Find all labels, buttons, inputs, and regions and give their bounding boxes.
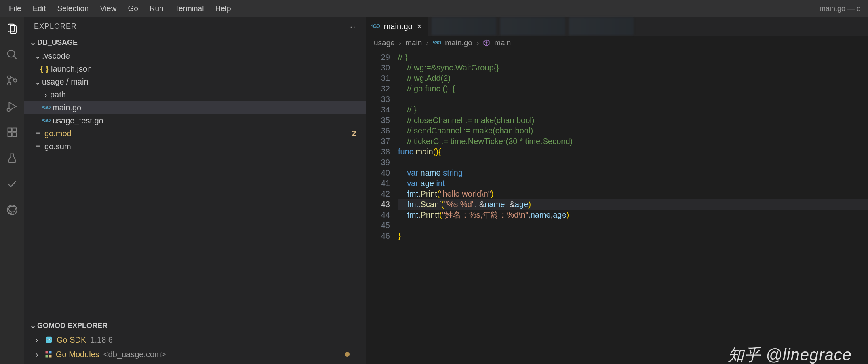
search-icon[interactable]	[5, 48, 19, 61]
folder-label: path	[50, 90, 66, 99]
file-label: launch.json	[51, 64, 92, 74]
run-debug-icon[interactable]	[5, 99, 19, 113]
code-editor[interactable]: 293031323334353637383940414243444546 // …	[366, 50, 868, 364]
svg-rect-11	[8, 133, 12, 136]
chevron-right-icon: ›	[41, 90, 50, 99]
bc-usage[interactable]: usage	[374, 38, 395, 47]
go-file-icon: ᵒGO	[433, 40, 441, 46]
svg-rect-10	[13, 128, 16, 132]
project-name: DB_USAGE	[37, 38, 78, 47]
file-label: main.go	[53, 103, 81, 112]
activity-bar	[0, 17, 24, 364]
chevron-down-icon: ⌄	[33, 77, 42, 87]
badge: 2	[352, 129, 356, 138]
go-icon: ᵒGO	[41, 118, 51, 123]
file-tree: ⌄.vscode{ }launch.json⌄usage / main›path…	[24, 49, 366, 153]
check-icon[interactable]	[5, 177, 19, 191]
tab-main-go[interactable]: ᵒGO main.go ✕	[366, 17, 428, 36]
folder-label: usage / main	[42, 77, 88, 87]
svg-rect-20	[46, 351, 48, 354]
bc-file[interactable]: main.go	[445, 38, 472, 47]
bc-symbol[interactable]: main	[494, 38, 511, 47]
go-sdk-version: 1.18.6	[90, 335, 113, 345]
file-go-mod[interactable]: ≡go.mod2	[24, 127, 366, 140]
chevron-right-icon: ›	[426, 38, 428, 47]
tab-blurred-3[interactable]	[569, 17, 634, 35]
tab-bar: ᵒGO main.go ✕	[366, 17, 868, 36]
menu-terminal[interactable]: Terminal	[169, 4, 210, 13]
extensions-icon[interactable]	[5, 125, 19, 139]
go-icon: ᵒGO	[41, 105, 51, 110]
gopher-icon	[44, 335, 53, 344]
file-label: go.sum	[44, 142, 71, 151]
file-label: go.mod	[44, 129, 72, 138]
package-icon	[483, 39, 490, 47]
gomod-modules-row[interactable]: › Go Modules <db_uasge.com>	[24, 347, 366, 362]
dirty-dot-icon	[345, 352, 350, 357]
bc-main[interactable]: main	[405, 38, 422, 47]
modules-icon	[44, 350, 53, 358]
svg-rect-12	[13, 133, 16, 136]
line-gutter: 293031323334353637383940414243444546	[366, 50, 398, 364]
menu-file[interactable]: File	[3, 4, 27, 13]
braces-icon: { }	[40, 64, 49, 74]
tab-blurred-1[interactable]	[432, 17, 496, 35]
folder-path[interactable]: ›path	[24, 88, 366, 101]
gomod-title: GOMOD EXPLORER	[37, 322, 107, 330]
chevron-right-icon: ›	[32, 335, 41, 345]
chevron-right-icon: ›	[32, 350, 41, 359]
project-section: ⌄ DB_USAGE ⌄.vscode{ }launch.json⌄usage …	[24, 36, 366, 155]
svg-point-5	[8, 82, 11, 85]
more-icon[interactable]: ···	[347, 22, 356, 31]
svg-rect-15	[46, 337, 52, 343]
file-usage_test-go[interactable]: ᵒGOusage_test.go	[24, 114, 366, 127]
svg-point-6	[14, 79, 17, 82]
folder-usage-main[interactable]: ⌄usage / main	[24, 75, 366, 88]
gomod-sdk-row[interactable]: › Go SDK 1.18.6	[24, 332, 366, 347]
gomod-section: ⌄ GOMOD EXPLORER › Go SDK 1.18.6 › Go Mo…	[24, 319, 366, 364]
menu-run[interactable]: Run	[144, 4, 169, 13]
svg-rect-9	[8, 128, 12, 132]
file-main-go[interactable]: ᵒGOmain.go	[24, 101, 366, 114]
menubar: FileEditSelectionViewGoRunTerminalHelp m…	[0, 0, 868, 17]
file-go-sum[interactable]: ≡go.sum	[24, 140, 366, 153]
menu-go[interactable]: Go	[122, 4, 143, 13]
gomod-header[interactable]: ⌄ GOMOD EXPLORER	[24, 319, 366, 332]
file-launch-json[interactable]: { }launch.json	[24, 62, 366, 75]
chevron-right-icon: ›	[476, 38, 479, 47]
code-content[interactable]: // } // wg:=&sync.WaitGroup{} // wg.Add(…	[398, 50, 868, 364]
file-label: usage_test.go	[53, 116, 103, 125]
testing-icon[interactable]	[5, 151, 19, 165]
sidebar: EXPLORER ··· ⌄ DB_USAGE ⌄.vscode{ }launc…	[24, 17, 366, 364]
svg-rect-21	[49, 351, 52, 354]
svg-point-2	[8, 50, 15, 57]
menu-edit[interactable]: Edit	[27, 4, 52, 13]
explorer-icon[interactable]	[5, 22, 19, 36]
github-icon[interactable]	[5, 203, 19, 217]
editor-area: ᵒGO main.go ✕ usage › main › ᵒGO main.go…	[366, 17, 868, 364]
folder-label: .vscode	[42, 51, 70, 61]
menu-selection[interactable]: Selection	[51, 4, 94, 13]
go-sdk-label: Go SDK	[57, 335, 86, 345]
lines-icon: ≡	[33, 142, 43, 151]
explorer-title: EXPLORER	[34, 22, 77, 31]
window-title: main.go — d	[820, 4, 865, 13]
project-header[interactable]: ⌄ DB_USAGE	[24, 36, 366, 49]
go-modules-scope: <db_uasge.com>	[103, 350, 166, 359]
close-icon[interactable]: ✕	[417, 23, 422, 30]
chevron-down-icon: ⌄	[33, 51, 42, 61]
menu-help[interactable]: Help	[209, 4, 236, 13]
tab-label: main.go	[384, 22, 413, 31]
tab-blurred-2[interactable]	[500, 17, 565, 35]
svg-rect-22	[46, 355, 48, 358]
folder--vscode[interactable]: ⌄.vscode	[24, 49, 366, 62]
chevron-down-icon: ⌄	[28, 38, 37, 47]
menu-view[interactable]: View	[95, 4, 122, 13]
go-file-icon: ᵒGO	[371, 23, 380, 29]
svg-point-19	[50, 339, 51, 340]
breadcrumbs[interactable]: usage › main › ᵒGO main.go › main	[366, 36, 868, 50]
svg-point-8	[7, 108, 11, 112]
source-control-icon[interactable]	[5, 74, 19, 87]
explorer-header: EXPLORER ···	[24, 17, 366, 36]
chevron-right-icon: ›	[399, 38, 401, 47]
